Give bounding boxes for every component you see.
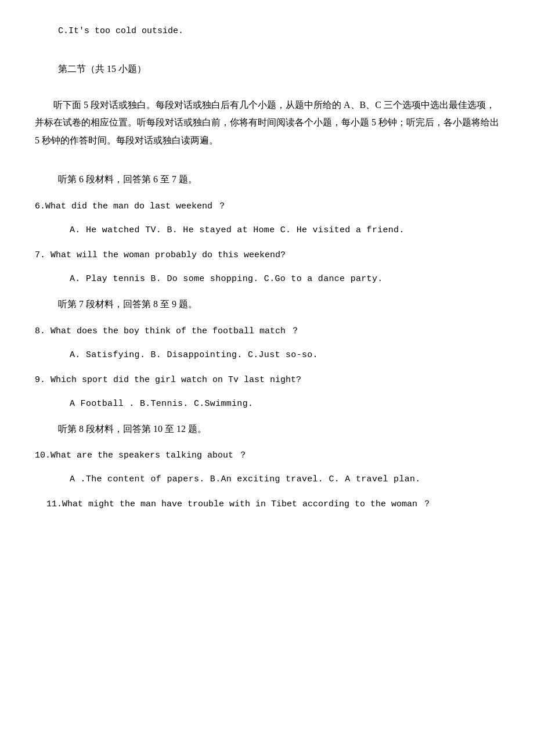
prompt-6: 听第 6 段材料，回答第 6 至 7 题。 bbox=[35, 171, 499, 188]
question-10: 10.What are the speakers talking about ？ bbox=[35, 448, 499, 463]
option-c-item: C.It's too cold outside. bbox=[35, 23, 499, 39]
main-content: C.It's too cold outside. 第二节（共 15 小题） 听下… bbox=[35, 23, 499, 512]
options-8: A. Satisfying. B. Disappointing. C.Just … bbox=[35, 347, 499, 363]
section2-title: 第二节（共 15 小题） bbox=[35, 61, 499, 78]
question-8: 8. What does the boy think of the footba… bbox=[35, 323, 499, 339]
prompt-8: 听第 8 段材料，回答第 10 至 12 题。 bbox=[35, 421, 499, 438]
options-10: A .The content of papers. B.An exciting … bbox=[35, 471, 499, 487]
instruction-text: 听下面 5 段对话或独白。每段对话或独白后有几个小题，从题中所给的 A、B、C … bbox=[35, 96, 499, 149]
question-6: 6.What did the man do last weekend ？ bbox=[35, 199, 499, 214]
section-c-text: C.It's too cold outside. bbox=[58, 26, 183, 36]
prompt-7: 听第 7 段材料，回答第 8 至 9 题。 bbox=[35, 296, 499, 313]
options-7: A. Play tennis B. Do some shopping. C.Go… bbox=[35, 271, 499, 287]
question-9: 9. Which sport did the girl watch on Tv … bbox=[35, 372, 499, 388]
question-7: 7. What will the woman probably do this … bbox=[35, 247, 499, 263]
options-6: A. He watched TV. B. He stayed at Home C… bbox=[35, 222, 499, 238]
options-9: A Football . B.Tennis. C.Swimming. bbox=[35, 396, 499, 412]
question-11: 11.What might the man have trouble with … bbox=[35, 496, 499, 512]
